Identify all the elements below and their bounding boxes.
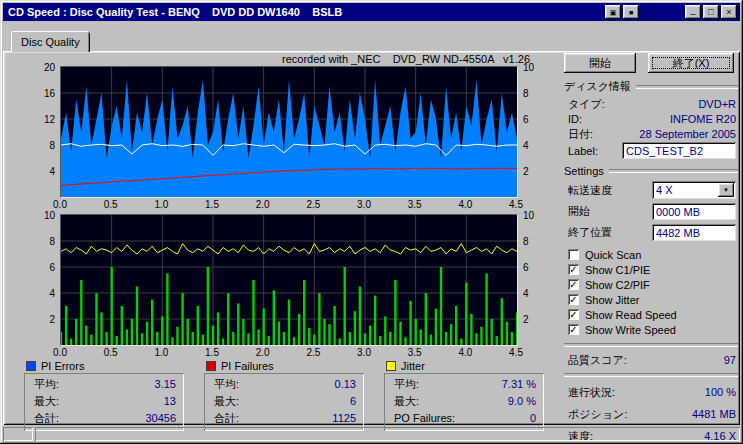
- pi-errors-legend-swatch-icon: [26, 361, 36, 371]
- progress-value: 100 %: [705, 385, 736, 399]
- x-axis-tick: 3.0: [351, 347, 377, 358]
- minimize-icon: _: [690, 6, 695, 15]
- exit-button[interactable]: 終了(X): [648, 53, 734, 73]
- show-options-checkboxes: Quick Scan✓Show C1/PIE✓Show C2/PIF✓Show …: [564, 247, 738, 337]
- stat-group-pi-failures: PI Failures平均:0.13最大:6合計:1125: [204, 360, 364, 431]
- divider: [564, 343, 738, 347]
- pi-failures-legend-swatch-icon: [206, 361, 216, 371]
- quality-score-value: 97: [724, 353, 736, 367]
- disc-info-row-3: Label:CDS_TEST_B2: [568, 142, 736, 159]
- progress-label: 進行状況:: [568, 385, 615, 399]
- stat-label: 最大:: [214, 394, 239, 409]
- left-axis-labels: 108642: [36, 215, 58, 345]
- start-position-row: 開始 0000 MB: [568, 203, 736, 220]
- chevron-down-icon[interactable]: ▼: [718, 183, 734, 197]
- stat-row: 合計:1125: [204, 410, 364, 427]
- disc-info-section-title: ディスク情報: [564, 79, 631, 94]
- progress-row-0: 進行状況:100 %: [568, 385, 736, 399]
- minimize-button[interactable]: _: [685, 5, 701, 19]
- checkbox-quick-scan[interactable]: Quick Scan: [568, 247, 738, 262]
- y-axis-tick-left: 10: [44, 210, 55, 221]
- checkbox-label: Show Write Speed: [585, 324, 676, 336]
- stat-row: 最大:9.0 %: [384, 393, 544, 410]
- stat-row: 平均:7.31 %: [384, 376, 544, 393]
- disc-info-value: 28 September 2005: [639, 127, 736, 141]
- stat-value: 7.31 %: [502, 377, 536, 392]
- quality-score-label: 品質スコア:: [568, 353, 627, 367]
- titlebar-tool-1-icon[interactable]: ▣: [605, 5, 621, 19]
- start-position-field[interactable]: 0000 MB: [652, 203, 736, 220]
- stat-row: 平均:3.15: [24, 376, 184, 393]
- end-position-field[interactable]: 4482 MB: [652, 224, 736, 241]
- disc-info-label: タイプ:: [568, 97, 605, 111]
- status-bar: [3, 427, 740, 441]
- x-axis-tick: 3.5: [402, 199, 428, 210]
- x-axis-labels: 0.00.51.01.52.02.53.03.54.04.5: [60, 347, 518, 360]
- x-axis-tick: 4.5: [503, 199, 529, 210]
- quality-score-row: 品質スコア: 97: [568, 353, 736, 367]
- speed-combobox[interactable]: 4 X ▼: [652, 181, 736, 199]
- titlebar-tool-2-icon[interactable]: ■: [623, 5, 639, 19]
- checkbox-box-icon[interactable]: ✓: [568, 324, 579, 335]
- checkbox-show-c2-pif[interactable]: ✓Show C2/PIF: [568, 277, 738, 292]
- checkbox-label: Show C1/PIE: [585, 264, 650, 276]
- progress-label: ポジション:: [568, 407, 627, 421]
- disc-info-value[interactable]: CDS_TEST_B2: [622, 142, 736, 159]
- y-axis-tick-right: 6: [523, 114, 529, 125]
- plot-area: [60, 214, 518, 346]
- x-axis-tick: 4.5: [503, 347, 529, 358]
- checkbox-show-jitter[interactable]: ✓Show Jitter: [568, 292, 738, 307]
- checkbox-show-read-speed[interactable]: ✓Show Read Speed: [568, 307, 738, 322]
- control-panel: 開始 終了(X) ディスク情報 タイプ:DVD+RID:INFOME R20日付…: [564, 53, 738, 444]
- speed-select-row: 転送速度 4 X ▼: [568, 181, 736, 199]
- y-axis-tick-right: 4: [523, 140, 529, 151]
- y-axis-tick-left: 2: [49, 314, 55, 325]
- x-axis-tick: 0.0: [47, 199, 73, 210]
- stat-row: 最大:13: [24, 393, 184, 410]
- x-axis-tick: 2.0: [250, 199, 276, 210]
- maximize-icon: □: [708, 8, 713, 17]
- stat-row: PO Failures:0: [384, 410, 544, 427]
- progress-value: 4481 MB: [692, 407, 736, 421]
- checkbox-show-write-speed[interactable]: ✓Show Write Speed: [568, 322, 738, 337]
- x-axis-tick: 1.5: [199, 199, 225, 210]
- maximize-button[interactable]: □: [703, 5, 719, 19]
- titlebar[interactable]: CD Speed : Disc Quality Test - BENQ DVD …: [3, 3, 740, 21]
- stat-box: 平均:0.13最大:6合計:1125: [204, 373, 364, 431]
- y-axis-tick-left: 4: [49, 166, 55, 177]
- checkbox-label: Show C2/PIF: [585, 279, 650, 291]
- y-axis-tick-right: 8: [523, 236, 529, 247]
- x-axis-tick: 1.5: [199, 347, 225, 358]
- divider: [564, 373, 738, 377]
- y-axis-tick-left: 8: [49, 140, 55, 151]
- disc-info-section-header: ディスク情報: [564, 79, 738, 94]
- right-axis-labels: 108642: [520, 67, 544, 197]
- stat-value: 6: [350, 394, 356, 409]
- action-buttons: 開始 終了(X): [564, 53, 738, 73]
- checkbox-box-icon[interactable]: ✓: [568, 309, 579, 320]
- y-axis-tick-left: 16: [44, 88, 55, 99]
- stat-label: 最大:: [34, 394, 59, 409]
- close-button[interactable]: ×: [721, 5, 737, 19]
- checkbox-box-icon[interactable]: ✓: [568, 264, 579, 275]
- y-axis-tick-right: 10: [523, 62, 534, 73]
- stat-value: 3.15: [155, 377, 176, 392]
- checkbox-box-icon[interactable]: ✓: [568, 279, 579, 290]
- checkbox-box-icon[interactable]: [568, 249, 579, 260]
- checkbox-show-c1-pie[interactable]: ✓Show C1/PIE: [568, 262, 738, 277]
- checkbox-box-icon[interactable]: ✓: [568, 294, 579, 305]
- checkbox-label: Show Jitter: [585, 294, 639, 306]
- right-axis-labels: 108642: [520, 215, 544, 345]
- tab-disc-quality[interactable]: Disc Quality: [11, 31, 90, 52]
- x-axis-tick: 4.0: [452, 347, 478, 358]
- stat-row: 合計:30456: [24, 410, 184, 427]
- disc-info-label: Label:: [568, 144, 598, 158]
- checkbox-label: Show Read Speed: [585, 309, 677, 321]
- y-axis-tick-left: 20: [44, 62, 55, 73]
- end-position-label: 終了位置: [568, 225, 612, 240]
- y-axis-tick-left: 8: [49, 236, 55, 247]
- section-divider: [636, 85, 738, 89]
- checkbox-label: Quick Scan: [585, 249, 641, 261]
- y-axis-tick-right: 6: [523, 262, 529, 273]
- start-button[interactable]: 開始: [564, 53, 636, 73]
